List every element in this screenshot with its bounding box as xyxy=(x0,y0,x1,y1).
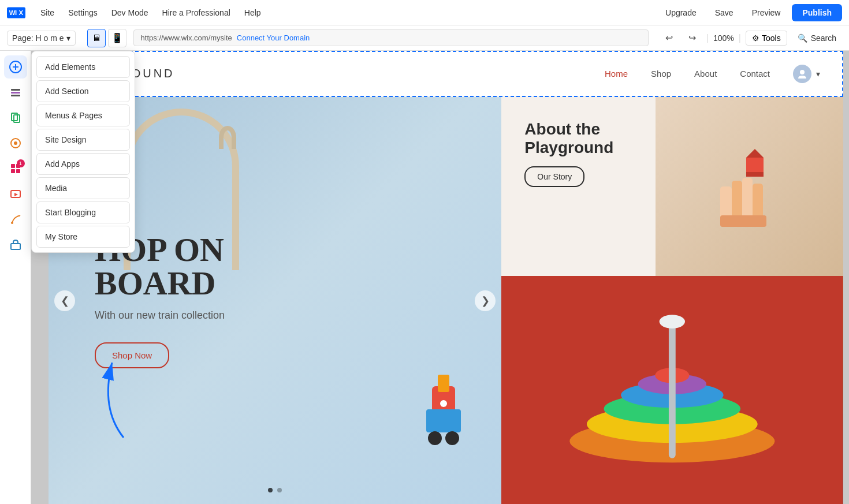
hero-cta-button[interactable]: Shop Now xyxy=(95,342,169,368)
url-bar: https://www.wix.com/mysite Connect Your … xyxy=(133,29,649,46)
nav-hire[interactable]: Hire a Professional xyxy=(157,6,236,20)
panel-start-blogging[interactable]: Start Blogging xyxy=(36,201,130,223)
desktop-view-button[interactable]: 🖥 xyxy=(87,29,106,47)
desktop-icon: 🖥 xyxy=(92,33,101,43)
our-story-button[interactable]: Our Story xyxy=(524,166,584,187)
nav-devmode[interactable]: Dev Mode xyxy=(106,6,154,20)
svg-rect-33 xyxy=(720,215,766,227)
svg-rect-21 xyxy=(11,244,20,249)
site-nav-contact[interactable]: Contact xyxy=(740,69,770,79)
nav-settings[interactable]: Settings xyxy=(62,6,103,20)
svg-rect-24 xyxy=(426,409,461,432)
hands-illustration xyxy=(714,140,784,233)
chevron-down-icon: ▾ xyxy=(66,33,70,43)
site-nav-about[interactable]: About xyxy=(694,69,717,79)
site-nav-home[interactable]: Home xyxy=(605,69,628,79)
page-label: Page: xyxy=(12,33,33,43)
sidebar-apps[interactable]: 1 xyxy=(4,157,27,180)
sidebar-store[interactable] xyxy=(4,233,27,256)
hand-image-placeholder xyxy=(656,97,843,276)
svg-point-28 xyxy=(440,400,447,407)
nav-site[interactable]: Site xyxy=(35,6,60,20)
site-nav: Home Shop About Contact xyxy=(605,69,770,79)
panel-add-elements[interactable]: Add Elements xyxy=(36,56,130,78)
save-button[interactable]: Save xyxy=(708,5,740,21)
hero-subtitle: With our new train collection xyxy=(95,309,225,322)
dot-2[interactable] xyxy=(277,488,282,492)
hero-right: About thePlayground Our Story xyxy=(501,97,843,504)
tools-button[interactable]: ⚙ Tools xyxy=(746,31,787,46)
svg-rect-9 xyxy=(11,95,20,96)
search-label: Search xyxy=(811,33,836,43)
page-name: H o m e xyxy=(36,33,64,43)
products-image-placeholder xyxy=(501,276,843,504)
account-chevron-icon[interactable]: ▾ xyxy=(816,69,820,79)
sidebar-pages[interactable] xyxy=(4,106,27,129)
svg-rect-17 xyxy=(16,169,20,173)
user-avatar xyxy=(793,65,811,83)
rings-toy-illustration xyxy=(501,276,843,504)
sidebar-add-elements[interactable] xyxy=(4,55,27,79)
left-sidebar: 1 xyxy=(0,51,31,504)
mobile-view-button[interactable]: 📱 xyxy=(108,29,126,47)
tools-icon: ⚙ xyxy=(752,33,759,43)
top-bar: W I X Site Settings Dev Mode Hire a Prof… xyxy=(0,0,849,25)
top-nav: Site Settings Dev Mode Hire a Profession… xyxy=(35,6,267,20)
redo-button[interactable]: ↪ xyxy=(683,29,702,47)
svg-point-25 xyxy=(428,431,442,445)
redo-icon: ↪ xyxy=(688,32,696,43)
svg-point-13 xyxy=(14,141,17,145)
search-button[interactable]: 🔍 Search xyxy=(792,31,842,45)
hero-next-button[interactable]: ❯ xyxy=(475,290,496,311)
sidebar-design[interactable] xyxy=(4,132,27,155)
svg-rect-30 xyxy=(732,181,742,218)
dot-1[interactable] xyxy=(268,488,273,492)
hook-right-decoration xyxy=(219,126,236,149)
site-nav-shop[interactable]: Shop xyxy=(651,69,671,79)
upgrade-button[interactable]: Upgrade xyxy=(658,5,703,21)
device-buttons: 🖥 📱 xyxy=(87,29,126,47)
left-panel: Add Elements Add Section Menus & Pages S… xyxy=(31,51,135,253)
undo-button[interactable]: ↩ xyxy=(660,29,679,47)
svg-rect-8 xyxy=(11,92,20,94)
hero-prev-button[interactable]: ❮ xyxy=(54,290,75,311)
svg-marker-36 xyxy=(746,149,764,158)
sidebar-layers[interactable] xyxy=(4,81,27,104)
svg-text:W: W xyxy=(9,9,16,16)
svg-rect-31 xyxy=(742,178,753,218)
toy-train-illustration xyxy=(409,352,478,467)
panel-add-apps[interactable]: Add Apps xyxy=(36,153,130,175)
svg-rect-14 xyxy=(11,164,15,168)
sidebar-media[interactable] xyxy=(4,182,27,206)
svg-marker-19 xyxy=(14,193,18,196)
panel-my-store[interactable]: My Store xyxy=(36,226,130,248)
site-header-right: ▾ xyxy=(793,65,820,83)
svg-rect-44 xyxy=(669,322,676,458)
panel-add-section[interactable]: Add Section xyxy=(36,80,130,102)
apps-badge: 1 xyxy=(17,159,25,167)
right-sidebar-strip xyxy=(843,51,849,504)
panel-menus-pages[interactable]: Menus & Pages xyxy=(36,104,130,126)
connect-domain-link[interactable]: Connect Your Domain xyxy=(237,33,310,42)
zoom-level: 100% xyxy=(713,33,734,43)
site-preview: PLAYGROUND Home Shop About Contact ▾ xyxy=(49,51,843,504)
svg-point-20 xyxy=(11,222,13,224)
wix-logo: W I X xyxy=(7,3,25,22)
svg-point-45 xyxy=(660,315,685,328)
top-bar-right: Upgrade Save Preview Publish xyxy=(658,4,842,21)
panel-media[interactable]: Media xyxy=(36,177,130,199)
products-panel xyxy=(501,276,843,504)
svg-point-26 xyxy=(445,431,459,445)
preview-button[interactable]: Preview xyxy=(745,5,788,21)
nav-help[interactable]: Help xyxy=(239,6,267,20)
publish-button[interactable]: Publish xyxy=(792,4,842,21)
main-layout: 1 Add Elements Add Section Menus & Pages… xyxy=(0,51,849,504)
sidebar-blog[interactable] xyxy=(4,208,27,231)
svg-rect-16 xyxy=(11,169,15,173)
page-selector[interactable]: Page: H o m e ▾ xyxy=(7,31,76,46)
undo-icon: ↩ xyxy=(665,32,673,43)
panel-site-design[interactable]: Site Design xyxy=(36,129,130,151)
svg-rect-7 xyxy=(11,89,20,91)
svg-rect-32 xyxy=(753,184,763,218)
url-text: https://www.wix.com/mysite xyxy=(141,33,232,42)
